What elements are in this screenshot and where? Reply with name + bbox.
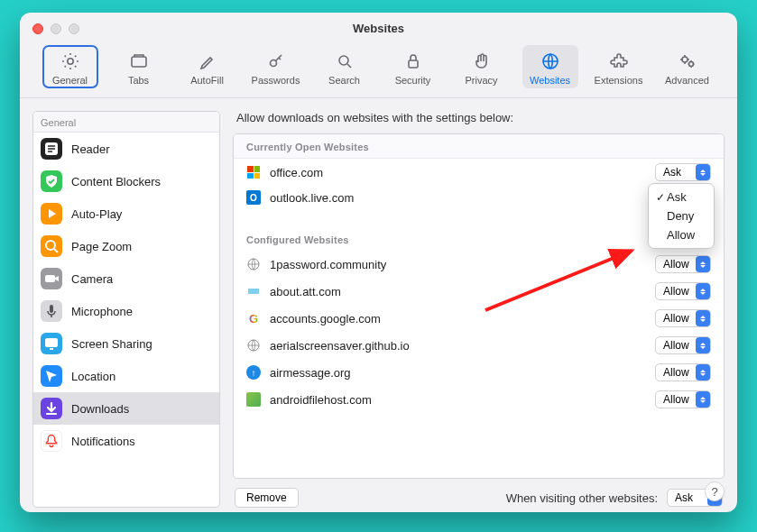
favicon-globe — [246, 338, 261, 353]
dropdown-option-deny[interactable]: Deny — [649, 206, 714, 225]
gears-icon — [676, 50, 699, 73]
sidebar-item-location[interactable]: Location — [33, 360, 219, 392]
toolbar-privacy[interactable]: Privacy — [454, 45, 510, 88]
chevron-updown-icon — [696, 337, 710, 353]
svg-point-0 — [67, 58, 72, 63]
sidebar-item-reader[interactable]: Reader — [33, 133, 219, 165]
hand-icon — [470, 50, 494, 73]
reader-icon — [41, 138, 62, 160]
footer-label: When visiting other websites: — [506, 491, 658, 505]
permission-select[interactable]: Allow — [655, 282, 711, 300]
toolbar-label: General — [52, 75, 88, 86]
toolbar-security[interactable]: Security — [385, 45, 441, 88]
titlebar: Websites — [20, 13, 737, 38]
camera-icon — [41, 268, 62, 289]
toolbar-tabs[interactable]: Tabs — [111, 45, 167, 88]
svg-point-7 — [688, 62, 693, 67]
website-row[interactable]: androidfilehost.comAllow — [234, 386, 724, 413]
website-row[interactable]: ↑airmessage.orgAllow — [234, 359, 724, 386]
sidebar-item-downloads[interactable]: Downloads — [33, 392, 219, 425]
website-name: about.att.com — [270, 285, 646, 298]
down-icon — [41, 398, 62, 419]
chevron-updown-icon — [696, 391, 710, 408]
chevron-updown-icon — [696, 164, 710, 180]
website-name: 1password.community — [270, 258, 646, 271]
website-row[interactable]: aerialscreensaver.github.ioAllow — [234, 332, 724, 359]
permission-select[interactable]: Allow — [655, 363, 711, 381]
svg-point-2 — [270, 60, 276, 67]
lock-icon — [402, 50, 425, 73]
sidebar-item-label: Page Zoom — [71, 240, 132, 253]
toolbar-label: Websites — [530, 75, 570, 86]
sidebar-item-contentBlockers[interactable]: Content Blockers — [33, 165, 219, 197]
svg-rect-11 — [50, 305, 53, 313]
toolbar-label: Privacy — [465, 75, 497, 86]
toolbar-extensions[interactable]: Extensions — [591, 45, 647, 88]
preferences-toolbar: General Tabs AutoFill Passwords Search — [20, 38, 737, 98]
chevron-updown-icon — [696, 364, 710, 381]
permission-select[interactable]: Allow — [655, 390, 711, 408]
sidebar-item-label: Content Blockers — [71, 175, 161, 188]
key-icon — [264, 50, 288, 73]
toolbar-label: AutoFill — [190, 75, 224, 86]
sidebar-item-notifications[interactable]: Notifications — [33, 425, 219, 457]
favicon-att — [246, 284, 261, 298]
puzzle-icon — [607, 50, 631, 73]
toolbar-label: Advanced — [665, 75, 709, 86]
favicon-google: G — [246, 311, 261, 326]
favicon-globe — [246, 257, 261, 271]
website-row[interactable]: Gaccounts.google.comAllow — [234, 305, 724, 332]
screen-icon — [41, 333, 62, 354]
permission-select[interactable]: Allow — [655, 336, 711, 354]
svg-rect-10 — [45, 275, 55, 282]
sidebar-item-screenSharing[interactable]: Screen Sharing — [33, 327, 219, 360]
checkmark-icon: ✓ — [654, 191, 667, 204]
toolbar-advanced[interactable]: Advanced — [660, 45, 715, 88]
mic-icon — [41, 300, 62, 322]
svg-rect-4 — [409, 60, 418, 68]
toolbar-general[interactable]: General — [42, 45, 98, 88]
main-heading: Allow downloads on websites with the set… — [233, 111, 725, 133]
sidebar-item-microphone[interactable]: Microphone — [33, 295, 219, 327]
toolbar-websites[interactable]: Websites — [522, 45, 578, 88]
permission-select[interactable]: Ask — [655, 163, 711, 181]
svg-point-3 — [339, 56, 348, 65]
dropdown-option-allow[interactable]: Allow — [649, 225, 714, 244]
sidebar-item-camera[interactable]: Camera — [33, 262, 219, 295]
close-icon[interactable] — [32, 23, 43, 34]
sidebar-item-label: Notifications — [71, 435, 135, 448]
permission-select[interactable]: Allow — [655, 309, 711, 327]
toolbar-search[interactable]: Search — [317, 45, 373, 88]
zoom-icon — [69, 23, 79, 34]
globe-icon — [539, 50, 562, 73]
toolbar-label: Tabs — [128, 75, 149, 86]
svg-rect-1 — [132, 57, 146, 67]
website-row[interactable]: about.att.comAllow — [234, 278, 724, 305]
website-name: office.com — [270, 166, 646, 179]
sidebar-item-autoPlay[interactable]: Auto-Play — [33, 197, 219, 230]
permission-select[interactable]: Allow — [655, 255, 711, 273]
website-row[interactable]: 1password.communityAllow — [234, 251, 724, 278]
window-title: Websites — [20, 13, 737, 35]
dropdown-option-ask[interactable]: ✓Ask — [649, 188, 714, 206]
sidebar-item-pageZoom[interactable]: Page Zoom — [33, 230, 219, 262]
favicon-outlook: O — [246, 190, 261, 205]
permission-dropdown[interactable]: ✓Ask Deny Allow — [648, 183, 715, 249]
preferences-window: Websites General Tabs AutoFill Passwords — [20, 13, 737, 512]
play-icon — [41, 203, 62, 225]
website-row[interactable]: office.comAsk — [234, 159, 724, 186]
sidebar-item-label: Reader — [71, 142, 110, 156]
help-button[interactable]: ? — [705, 482, 725, 501]
favicon-office — [246, 165, 261, 179]
sidebar-item-label: Auto-Play — [71, 207, 122, 221]
toolbar-autofill[interactable]: AutoFill — [180, 45, 235, 88]
remove-button[interactable]: Remove — [235, 488, 299, 508]
sidebar-item-label: Screen Sharing — [71, 337, 152, 351]
sidebar-item-label: Camera — [71, 272, 113, 286]
toolbar-passwords[interactable]: Passwords — [248, 45, 304, 88]
website-name: airmessage.org — [270, 366, 646, 380]
sidebar-item-label: Location — [71, 370, 115, 383]
svg-point-9 — [46, 241, 55, 250]
toolbar-label: Passwords — [252, 75, 300, 86]
sidebar-header: General — [33, 112, 219, 133]
